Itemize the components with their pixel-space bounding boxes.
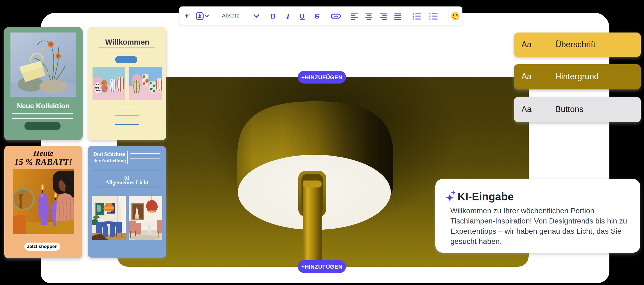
svg-text:1: 1 xyxy=(413,12,414,15)
svg-text:2: 2 xyxy=(413,15,414,18)
svg-text:3: 3 xyxy=(413,18,414,20)
